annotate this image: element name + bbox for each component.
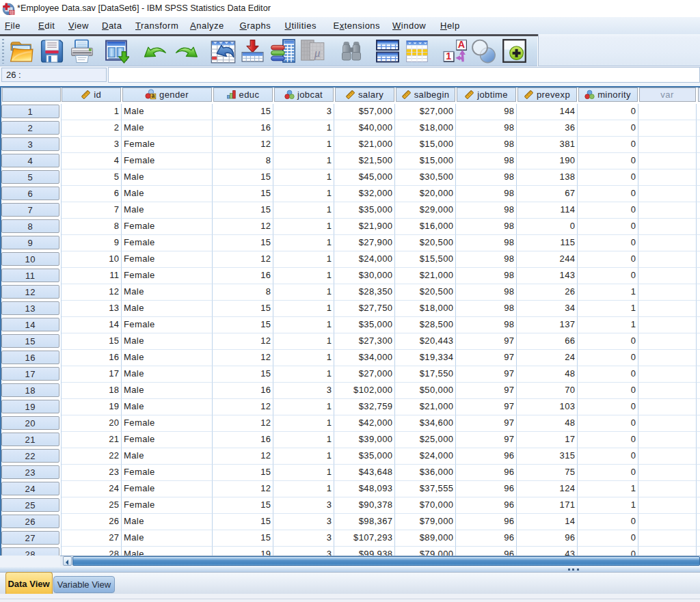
svg-text:1: 1 — [446, 51, 451, 61]
svg-text:μ: μ — [313, 46, 320, 59]
svg-text:a: a — [151, 93, 154, 100]
svg-text:A: A — [458, 39, 465, 50]
